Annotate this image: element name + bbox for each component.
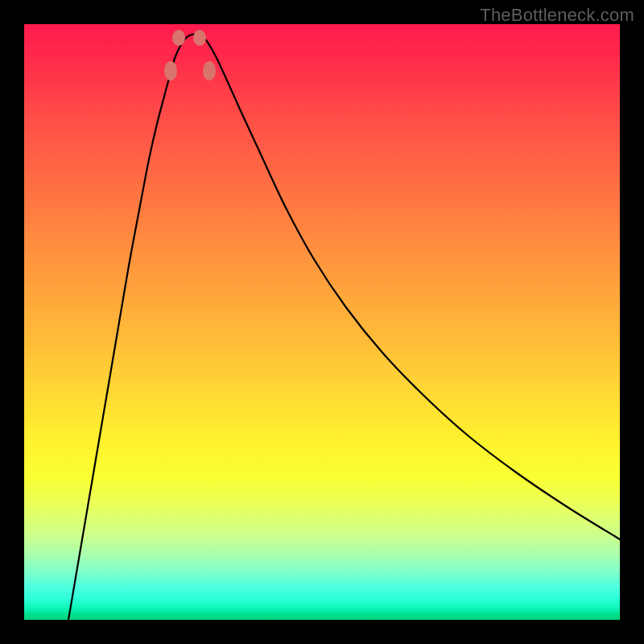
marker-dot bbox=[203, 61, 216, 80]
plot-area bbox=[24, 24, 620, 620]
bottleneck-curve bbox=[68, 34, 620, 620]
curve-markers bbox=[164, 30, 216, 80]
marker-dot bbox=[164, 61, 177, 80]
marker-dot bbox=[193, 30, 206, 46]
curve-layer bbox=[24, 24, 620, 620]
chart-frame: TheBottleneck.com bbox=[0, 0, 644, 644]
marker-dot bbox=[172, 30, 185, 46]
watermark-label: TheBottleneck.com bbox=[480, 5, 634, 26]
